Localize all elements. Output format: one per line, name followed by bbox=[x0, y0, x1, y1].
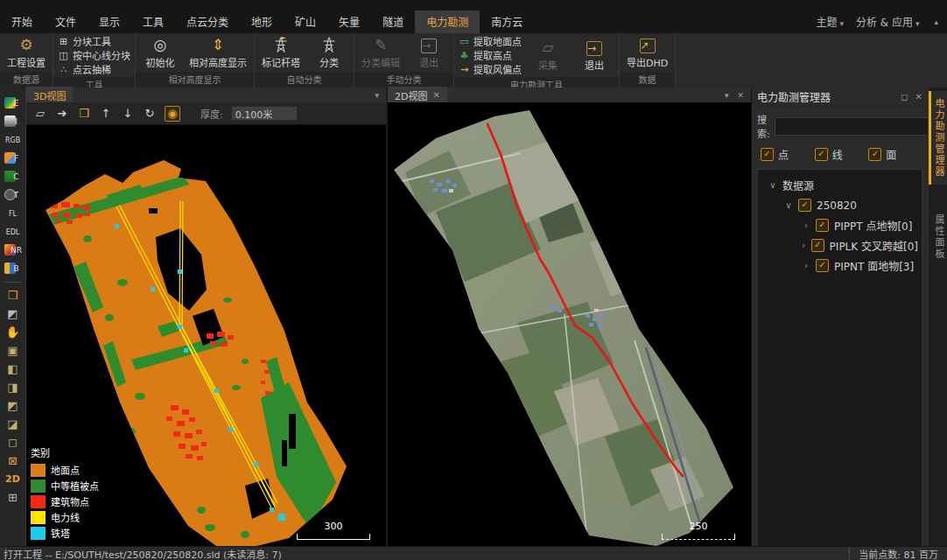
menu-mine[interactable]: 矿山 bbox=[284, 10, 327, 33]
tab-power-survey-manager[interactable]: 电力勘测管理器 bbox=[929, 91, 947, 185]
tree-node-piplk[interactable]: › ✓ PIPLK 交叉跨越[0] bbox=[761, 235, 918, 256]
menu-classification[interactable]: 点云分类 bbox=[175, 10, 240, 33]
chevron-down-icon[interactable]: ▾ bbox=[725, 91, 729, 100]
exit-manual-button[interactable]: → 退出 bbox=[409, 36, 449, 70]
checkbox-checked-icon[interactable]: ✓ bbox=[816, 259, 829, 272]
collapsed-arrow-icon[interactable]: › bbox=[802, 220, 810, 230]
view2d-canvas[interactable]: 250 bbox=[388, 102, 751, 547]
tab-property-panel[interactable]: 属性面板 bbox=[929, 207, 947, 267]
flightline-render-icon[interactable]: F bbox=[2, 150, 25, 167]
search-input[interactable] bbox=[775, 117, 929, 136]
rgb-render-icon[interactable]: RGB bbox=[2, 131, 25, 149]
mark-towers-button[interactable]: 标记杆塔 bbox=[259, 35, 303, 70]
gpstime-render-icon[interactable]: T bbox=[2, 186, 25, 204]
filter-point[interactable]: ✓ 点 bbox=[761, 147, 811, 162]
analysis-apps-dropdown[interactable]: 分析 & 应用▾ bbox=[856, 14, 920, 29]
view3d-toolbar: ▱ ➔ ❒ ↑ ↓ ↻ ◉ 厚度: bbox=[26, 102, 386, 125]
float-panel-icon[interactable]: ◻ bbox=[901, 92, 908, 102]
menu-start[interactable]: 开始 bbox=[0, 10, 44, 33]
menu-display[interactable]: 显示 bbox=[88, 10, 131, 33]
thin-points-icon: ∴ bbox=[58, 64, 69, 75]
chevron-down-icon[interactable]: ▾ bbox=[375, 91, 379, 100]
profile-export-icon[interactable]: ➔ bbox=[55, 107, 69, 120]
normal-render-icon[interactable]: NR bbox=[2, 242, 25, 259]
checkbox-checked-icon[interactable]: ✓ bbox=[868, 148, 881, 161]
intensity-render-icon[interactable]: I bbox=[2, 113, 25, 130]
tab-3d-view[interactable]: 3D视图 bbox=[26, 87, 73, 103]
collapsed-arrow-icon[interactable]: › bbox=[802, 241, 806, 250]
profile-box-icon[interactable]: ❒ bbox=[77, 107, 91, 120]
filter-polygon[interactable]: ✓ 面 bbox=[868, 147, 919, 162]
view-front-icon[interactable]: ▣ bbox=[2, 341, 25, 359]
tab-2d-view[interactable]: 2D视图 ✕ bbox=[388, 87, 447, 103]
expanded-arrow-icon[interactable]: ∨ bbox=[784, 200, 793, 210]
menu-vector[interactable]: 矢量 bbox=[327, 10, 371, 33]
view-back-icon[interactable]: ◧ bbox=[2, 360, 25, 377]
exit-collect-button[interactable]: → 退出 bbox=[574, 38, 614, 73]
eye-view-icon[interactable]: ◉ bbox=[165, 106, 180, 122]
rotate-icon[interactable]: ↻ bbox=[143, 107, 157, 120]
relative-height-display-button[interactable]: ⇕ 相对高度显示 bbox=[186, 35, 249, 70]
clip-box-icon[interactable]: ◩ bbox=[2, 304, 25, 322]
ribbon-group-label: 相对高度显示 bbox=[136, 72, 254, 88]
project-settings-button[interactable]: ⚙ 工程设置 bbox=[4, 35, 48, 70]
view-right-icon[interactable]: ◩ bbox=[2, 396, 25, 414]
checkbox-checked-icon[interactable]: ✓ bbox=[798, 199, 811, 212]
tree-node-pipnt[interactable]: › ✓ PIPNT 面地物[3] bbox=[761, 256, 918, 276]
menu-tunnel[interactable]: 隧道 bbox=[371, 10, 415, 33]
view-left-icon[interactable]: ◨ bbox=[2, 378, 25, 396]
extract-high-points-button[interactable]: ♣ 提取高点 bbox=[459, 49, 522, 61]
pan-hand-icon[interactable]: ✋ bbox=[2, 323, 25, 340]
menu-terrain[interactable]: 地形 bbox=[240, 10, 284, 33]
menu-south-cloud[interactable]: 南方云 bbox=[480, 10, 534, 33]
initialize-button[interactable]: ◎ 初始化 bbox=[140, 35, 180, 70]
view-top-icon[interactable]: ◪ bbox=[2, 415, 25, 432]
menu-power-survey[interactable]: 电力勘测 bbox=[415, 10, 480, 33]
view3d-canvas[interactable]: 类别 地面点 中等植被点 建筑物点 电力线 铁塔 300 bbox=[26, 125, 386, 547]
checkbox-checked-icon[interactable]: ✓ bbox=[761, 148, 774, 161]
tree-node-pippt[interactable]: › ✓ PIPPT 点地物[0] bbox=[761, 215, 918, 235]
view-bottom-icon[interactable]: ◻ bbox=[2, 433, 25, 451]
move-up-icon[interactable]: ↑ bbox=[99, 107, 113, 120]
collect-button[interactable]: ▱ 采集 bbox=[528, 38, 568, 73]
blend-render-icon[interactable]: B bbox=[2, 260, 25, 277]
menu-file[interactable]: 文件 bbox=[44, 10, 88, 33]
classify-button[interactable]: 分类 bbox=[309, 35, 349, 70]
centerline-block-button[interactable]: ◫ 按中心线分块 bbox=[58, 49, 130, 61]
thickness-input[interactable] bbox=[231, 106, 298, 121]
floor-render-icon[interactable]: FL bbox=[2, 205, 25, 222]
edl-render-icon[interactable]: EDL bbox=[2, 223, 25, 241]
relative-height-icon: ⇕ bbox=[212, 36, 224, 53]
elevation-render-icon[interactable]: E bbox=[2, 94, 25, 112]
collapsed-arrow-icon[interactable]: › bbox=[802, 261, 810, 270]
extract-wind-points-button[interactable]: ⇝ 提取风偏点 bbox=[459, 63, 522, 75]
powerline-color-swatch bbox=[31, 511, 46, 524]
view-2d-icon[interactable]: 2D bbox=[2, 470, 25, 487]
export-dhd-button[interactable]: ↗ 导出DHD bbox=[624, 36, 670, 70]
collapse-ribbon-icon[interactable]: ▴ bbox=[934, 18, 938, 26]
classify-edit-button[interactable]: ✎ 分类编辑 bbox=[359, 35, 403, 70]
filter-line[interactable]: ✓ 线 bbox=[815, 147, 866, 162]
menu-tools[interactable]: 工具 bbox=[131, 10, 175, 33]
close-icon[interactable]: ✕ bbox=[737, 91, 744, 100]
class-render-icon[interactable]: C bbox=[2, 168, 25, 186]
zoom-extent-icon[interactable]: ⊠ bbox=[2, 452, 25, 469]
checkbox-checked-icon[interactable]: ✓ bbox=[816, 219, 829, 232]
move-down-icon[interactable]: ↓ bbox=[121, 107, 135, 120]
ribbon-group-auto-classify: 标记杆塔 分类 自动分类 bbox=[255, 33, 354, 88]
theme-dropdown[interactable]: 主题▾ bbox=[816, 14, 844, 29]
extract-ground-points-button[interactable]: ▭ 提取地面点 bbox=[459, 35, 522, 47]
block-tool-button[interactable]: ⊞ 分块工具 bbox=[58, 35, 130, 47]
expanded-arrow-icon[interactable]: ∨ bbox=[768, 180, 777, 190]
profile-select-icon[interactable]: ▱ bbox=[33, 107, 47, 120]
tree-node-datasource[interactable]: ∨ 数据源 bbox=[761, 175, 918, 195]
power-survey-manager-panel: 电力勘测管理器 ◻ ✕ 搜索: ✓ 点 ✓ 线 ✓ 面 ∨ 数据源 ∨ ✓ 25 bbox=[751, 88, 928, 547]
close-icon[interactable]: ✕ bbox=[915, 92, 922, 102]
thin-pointcloud-button[interactable]: ∴ 点云抽稀 bbox=[58, 63, 130, 75]
select-box-icon[interactable]: ❒ bbox=[2, 286, 25, 304]
tree-node-dataset[interactable]: ∨ ✓ 250820 bbox=[761, 195, 918, 215]
checkbox-checked-icon[interactable]: ✓ bbox=[811, 239, 824, 252]
checkbox-checked-icon[interactable]: ✓ bbox=[815, 148, 828, 161]
close-icon[interactable]: ✕ bbox=[432, 90, 439, 100]
add-viewport-icon[interactable]: ⊞ bbox=[2, 488, 25, 506]
